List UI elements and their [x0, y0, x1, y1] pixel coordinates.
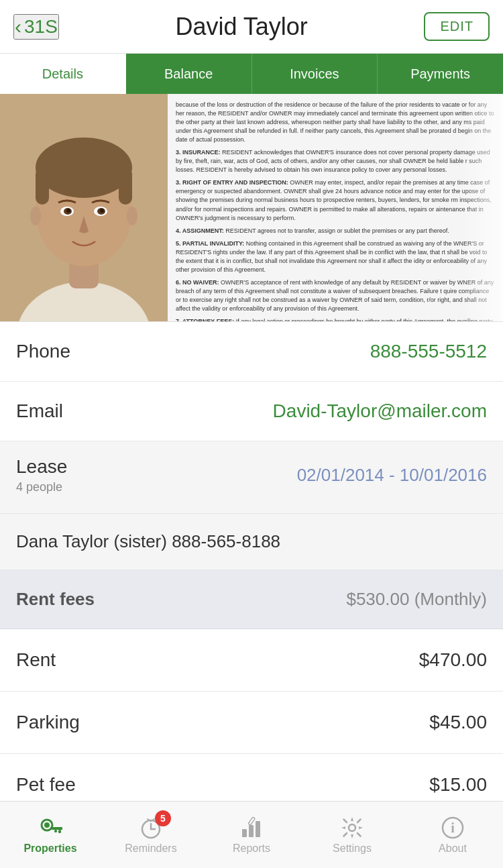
tab-balance[interactable]: Balance	[126, 54, 252, 94]
reminders-badge: 5	[155, 810, 171, 826]
tab-payments[interactable]: Payments	[378, 54, 503, 94]
rent-fees-value: $530.00 (Monthly)	[346, 589, 487, 610]
parking-label: Parking	[16, 712, 80, 733]
back-label: 31S	[24, 16, 58, 38]
tab-invoices[interactable]: Invoices	[252, 54, 378, 94]
parking-fee-row: Parking $45.00	[0, 692, 503, 754]
email-label: Email	[16, 400, 63, 422]
page-title: David Taylor	[175, 13, 307, 41]
header: ‹ 31S David Taylor EDIT	[0, 0, 503, 54]
nav-about[interactable]: i About	[402, 802, 503, 868]
rent-fees-header: Rent fees $530.00 (Monthly)	[0, 570, 503, 629]
lease-dates: 02/01/2014 - 10/01/2016	[297, 465, 487, 486]
phone-row: Phone 888-555-5512	[0, 322, 503, 382]
nav-settings-label: Settings	[333, 843, 372, 855]
lease-label-block: Lease 4 people	[16, 456, 67, 494]
rent-label: Rent	[16, 649, 56, 671]
clock-icon: 5	[139, 816, 163, 840]
nav-reports[interactable]: Reports	[201, 802, 302, 868]
svg-rect-5	[36, 168, 49, 205]
tabs-bar: Details Balance Invoices Payments	[0, 54, 503, 94]
svg-text:i: i	[451, 820, 455, 835]
svg-rect-6	[119, 168, 132, 205]
svg-rect-25	[242, 829, 247, 837]
main-content: because of the loss or destruction of th…	[0, 94, 503, 868]
rent-fee-row: Rent $470.00	[0, 629, 503, 692]
nav-reports-label: Reports	[233, 843, 270, 855]
back-chevron-icon: ‹	[15, 15, 21, 38]
svg-rect-27	[256, 821, 260, 837]
photo-placeholder	[0, 94, 168, 321]
chart-icon	[239, 816, 264, 840]
svg-point-14	[127, 207, 137, 225]
tab-details[interactable]: Details	[0, 54, 126, 94]
nav-reminders-label: Reminders	[125, 843, 176, 855]
nav-properties-label: Properties	[23, 843, 76, 855]
svg-rect-26	[249, 825, 254, 837]
nav-properties[interactable]: Properties	[0, 802, 101, 868]
svg-point-4	[36, 138, 132, 198]
email-value[interactable]: David-Taylor@mailer.com	[273, 400, 487, 422]
bottom-navigation: Properties 5 Reminders	[0, 801, 503, 868]
lease-people: 4 people	[16, 480, 67, 494]
svg-rect-19	[54, 830, 57, 832]
phone-value[interactable]: 888-555-5512	[370, 341, 487, 362]
doc-photo-area: because of the loss or destruction of th…	[0, 94, 503, 322]
nav-reminders[interactable]: 5 Reminders	[101, 802, 201, 868]
lease-document[interactable]: because of the loss or destruction of th…	[168, 94, 503, 321]
svg-point-16	[44, 822, 50, 828]
phone-label: Phone	[16, 341, 70, 362]
gear-icon	[340, 816, 364, 840]
svg-point-11	[66, 209, 70, 213]
info-icon: i	[441, 816, 465, 840]
rent-value: $470.00	[419, 649, 487, 671]
email-row: Email David-Taylor@mailer.com	[0, 382, 503, 441]
svg-rect-17	[51, 827, 62, 830]
svg-rect-28	[248, 817, 255, 825]
lease-label: Lease	[16, 456, 67, 478]
svg-point-13	[30, 207, 41, 225]
svg-point-30	[349, 824, 355, 831]
key-icon	[38, 816, 62, 840]
svg-rect-18	[58, 830, 61, 833]
lease-row: Lease 4 people 02/01/2014 - 10/01/2016	[0, 441, 503, 514]
nav-settings[interactable]: Settings	[302, 802, 402, 868]
parking-value: $45.00	[429, 712, 487, 733]
svg-point-12	[100, 209, 104, 213]
rent-fees-label: Rent fees	[16, 589, 95, 610]
pet-fee-value: $15.00	[429, 774, 487, 796]
back-button[interactable]: ‹ 31S	[13, 14, 59, 40]
resident-photo	[0, 94, 168, 321]
pet-fee-label: Pet fee	[16, 774, 76, 796]
contact-row: Dana Taylor (sister) 888-565-8188	[0, 514, 503, 570]
edit-button[interactable]: EDIT	[424, 12, 490, 41]
nav-about-label: About	[439, 843, 467, 855]
